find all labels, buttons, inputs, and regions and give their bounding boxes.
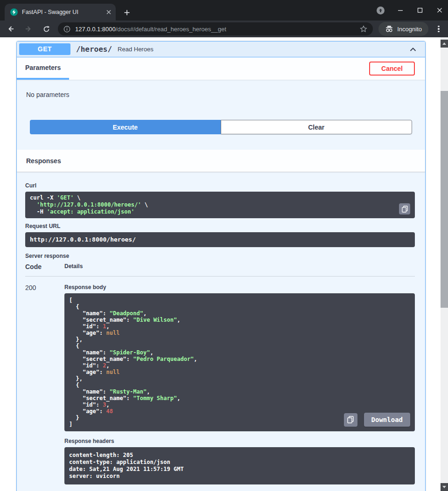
- browser-toolbar: 127.0.0.1:8000/docs#/default/read_heroes…: [0, 21, 448, 37]
- download-button[interactable]: Download: [364, 413, 410, 427]
- fastapi-favicon-icon: [10, 8, 18, 16]
- window-controls: [377, 0, 443, 21]
- parameters-header: Parameters Cancel: [17, 57, 425, 80]
- opblock-summary[interactable]: GET /heroes/ Read Heroes: [17, 41, 425, 57]
- server-response-label: Server response: [25, 253, 415, 259]
- page-scrollbar[interactable]: [441, 37, 448, 491]
- no-parameters-text: No parameters: [17, 80, 425, 114]
- parameters-tab-label: Parameters: [25, 64, 61, 71]
- request-url-block: http://127.0.0.1:8000/heroes/: [25, 232, 415, 247]
- execute-button[interactable]: Execute: [30, 120, 221, 134]
- request-url-label: Request URL: [25, 223, 415, 229]
- back-arrow-icon[interactable]: [5, 23, 17, 35]
- new-tab-button[interactable]: [121, 7, 133, 18]
- maximize-button[interactable]: [416, 7, 424, 14]
- curl-block: curl -X 'GET' \ 'http://127.0.0.1:8000/h…: [25, 192, 415, 218]
- tab-parameters[interactable]: Parameters: [17, 57, 69, 80]
- url-path: /docs#/default/read_heroes_heroes__get: [116, 26, 226, 33]
- request-url-text: http://127.0.0.1:8000/heroes/: [30, 236, 410, 243]
- swagger-page: GET /heroes/ Read Heroes Parameters Canc…: [0, 37, 441, 491]
- close-button[interactable]: [436, 7, 443, 14]
- response-headers-block: content-length: 205content-type: applica…: [64, 447, 415, 484]
- star-icon[interactable]: [360, 25, 367, 33]
- response-headers-text: content-length: 205content-type: applica…: [69, 452, 410, 480]
- reload-icon[interactable]: [40, 23, 52, 35]
- response-body-block: [ { "name": "Deadpond", "secret_name": "…: [64, 293, 415, 431]
- scrollbar-up-arrow[interactable]: [441, 40, 448, 48]
- response-headers-label: Response headers: [64, 438, 415, 444]
- tab-title: FastAPI - Swagger UI: [22, 9, 102, 15]
- response-table-header: Code Details: [25, 263, 415, 277]
- chevron-up-icon[interactable]: [408, 45, 418, 54]
- method-badge: GET: [19, 43, 70, 55]
- details-column-header: Details: [64, 263, 83, 270]
- update-circle-icon[interactable]: [377, 7, 385, 14]
- curl-command-text: curl -X 'GET' \ 'http://127.0.0.1:8000/h…: [30, 194, 410, 215]
- response-body-actions: Download: [344, 413, 410, 427]
- copy-response-button[interactable]: [344, 413, 357, 427]
- incognito-spy-icon: [385, 25, 393, 33]
- info-icon[interactable]: [63, 26, 70, 33]
- operation-path: /heroes/: [76, 45, 112, 54]
- responses-header: Responses: [17, 150, 425, 172]
- minimize-button[interactable]: [397, 7, 404, 14]
- response-row-200: 200 Response body [ { "name": "Deadpond"…: [25, 277, 415, 484]
- responses-title: Responses: [26, 157, 61, 165]
- code-column-header: Code: [25, 263, 64, 270]
- response-body-json: [ { "name": "Deadpond", "secret_name": "…: [69, 297, 410, 428]
- url-bar[interactable]: 127.0.0.1:8000/docs#/default/read_heroes…: [58, 22, 373, 35]
- scrollbar-thumb[interactable]: [441, 91, 448, 308]
- operation-summary: Read Heroes: [118, 46, 154, 53]
- response-body-label: Response body: [64, 284, 415, 290]
- cancel-button[interactable]: Cancel: [369, 62, 415, 76]
- clear-button[interactable]: Clear: [221, 120, 413, 134]
- url-host: 127.0.0.1:8000: [75, 26, 116, 33]
- execute-row: Execute Clear: [17, 114, 425, 150]
- opblock-get-heroes: GET /heroes/ Read Heroes Parameters Canc…: [16, 41, 426, 491]
- forward-arrow-icon[interactable]: [22, 23, 35, 35]
- incognito-label: Incognito: [397, 26, 422, 33]
- copy-curl-button[interactable]: [399, 203, 410, 214]
- three-dots-menu-icon[interactable]: [434, 23, 443, 35]
- url-text: 127.0.0.1:8000/docs#/default/read_heroes…: [75, 26, 355, 33]
- curl-label: Curl: [25, 182, 415, 189]
- incognito-badge: Incognito: [378, 22, 428, 36]
- scrollbar-down-arrow[interactable]: [441, 483, 448, 491]
- status-code: 200: [25, 284, 64, 484]
- response-details: Response body [ { "name": "Deadpond", "s…: [64, 284, 415, 484]
- tab-close-icon[interactable]: [106, 10, 111, 14]
- browser-titlebar: FastAPI - Swagger UI: [0, 0, 448, 21]
- responses-inner: Curl curl -X 'GET' \ 'http://127.0.0.1:8…: [17, 172, 425, 491]
- browser-tab[interactable]: FastAPI - Swagger UI: [5, 4, 116, 21]
